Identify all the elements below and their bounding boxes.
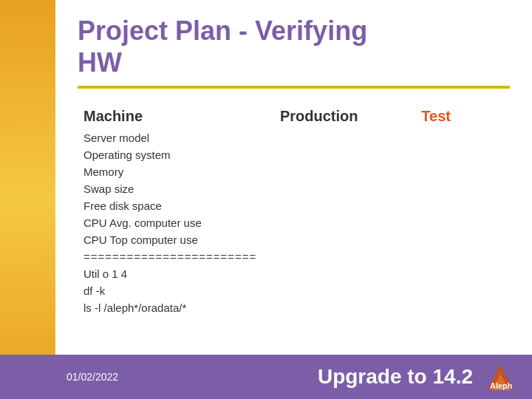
row-test [415, 163, 510, 180]
row-label: Server model [78, 129, 274, 146]
hw-comparison-table: Machine Production Test Server model Ope… [78, 103, 510, 316]
row-production [274, 231, 415, 248]
col-header-test: Test [415, 103, 510, 129]
row-production [274, 146, 415, 163]
table-row: Memory [78, 163, 510, 180]
row-label: Swap size [78, 180, 274, 197]
row-label: CPU Top computer use [78, 231, 274, 248]
title-line1: Project Plan - Verifying [78, 16, 367, 46]
row-production [274, 214, 415, 231]
row-test [415, 231, 510, 248]
separator-text: ======================== [78, 248, 510, 265]
row-label: Memory [78, 163, 274, 180]
util-text: Util o 1 4 [78, 265, 510, 282]
row-label: CPU Avg. computer use [78, 214, 274, 231]
main-content-area: Project Plan - Verifying HW Machine Prod… [55, 0, 532, 355]
aleph-logo: Aleph [484, 361, 517, 394]
table-row: CPU Top computer use [78, 231, 510, 248]
row-label: Free disk space [78, 197, 274, 214]
page-title: Project Plan - Verifying HW [78, 15, 510, 78]
row-production [274, 180, 415, 197]
separator-row: ======================== [78, 248, 510, 265]
row-label: Operating system [78, 146, 274, 163]
util-row: df -k [78, 282, 510, 299]
row-test [415, 214, 510, 231]
row-production [274, 129, 415, 146]
upgrade-label: Upgrade to 14.2 [318, 365, 473, 389]
row-test [415, 197, 510, 214]
util-row: Util o 1 4 [78, 265, 510, 282]
table-row: Operating system [78, 146, 510, 163]
footer-bar: 01/02/2022 Upgrade to 14.2 Aleph [0, 355, 532, 399]
table-row: Server model [78, 129, 510, 146]
table-row: Free disk space [78, 197, 510, 214]
title-divider [78, 86, 510, 89]
date-label: 01/02/2022 [66, 371, 118, 383]
util-row: ls -l /aleph*/oradata/* [78, 299, 510, 316]
col-header-machine: Machine [78, 103, 274, 129]
table-row: CPU Avg. computer use [78, 214, 510, 231]
row-test [415, 146, 510, 163]
util-text: df -k [78, 282, 510, 299]
row-test [415, 129, 510, 146]
svg-text:Aleph: Aleph [490, 381, 513, 390]
title-line2: HW [78, 47, 122, 78]
col-header-production: Production [274, 103, 415, 129]
table-row: Swap size [78, 180, 510, 197]
util-text: ls -l /aleph*/oradata/* [78, 299, 510, 316]
row-production [274, 163, 415, 180]
row-test [415, 180, 510, 197]
row-production [274, 197, 415, 214]
left-decorative-stripe [0, 0, 55, 399]
